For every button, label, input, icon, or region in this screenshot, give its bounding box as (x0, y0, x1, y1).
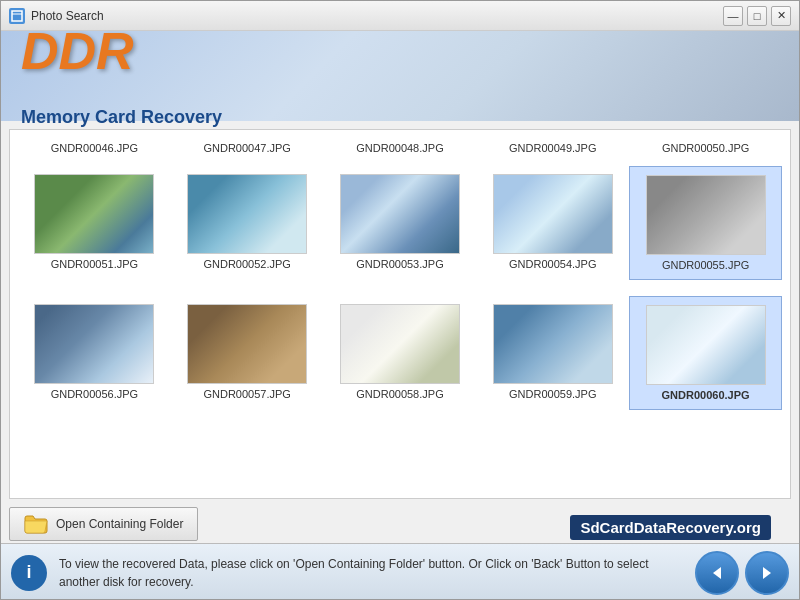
next-button[interactable] (745, 551, 789, 595)
label-047: GNDR00047.JPG (171, 138, 324, 158)
label-049: GNDR00049.JPG (476, 138, 629, 158)
open-folder-button[interactable]: Open Containing Folder (9, 507, 198, 541)
photo-item-060[interactable]: GNDR00060.JPG (629, 296, 782, 410)
photo-thumb-059 (493, 304, 613, 384)
label-050: GNDR00050.JPG (629, 138, 782, 158)
brand-text: SdCardDataRecovery.org (570, 515, 771, 540)
photo-label-053: GNDR00053.JPG (356, 258, 443, 270)
window-title: Photo Search (31, 9, 723, 23)
photo-thumb-055 (646, 175, 766, 255)
window-controls: — □ ✕ (723, 6, 791, 26)
photo-grid-container[interactable]: GNDR00046.JPG GNDR00047.JPG GNDR00048.JP… (9, 129, 791, 499)
header: DDR Memory Card Recovery (1, 31, 799, 121)
status-bar: i To view the recovered Data, please cli… (1, 543, 799, 600)
photo-label-054: GNDR00054.JPG (509, 258, 596, 270)
photo-thumb-058 (340, 304, 460, 384)
close-button[interactable]: ✕ (771, 6, 791, 26)
svg-rect-0 (12, 11, 22, 21)
photo-item-058[interactable]: GNDR00058.JPG (324, 296, 477, 410)
button-brand-row: Open Containing Folder SdCardDataRecover… (9, 507, 791, 541)
photo-item-055[interactable]: GNDR00055.JPG (629, 166, 782, 280)
open-folder-label: Open Containing Folder (56, 517, 183, 531)
photo-item-059[interactable]: GNDR00059.JPG (476, 296, 629, 410)
photo-label-056: GNDR00056.JPG (51, 388, 138, 400)
photo-label-059: GNDR00059.JPG (509, 388, 596, 400)
photo-label-058: GNDR00058.JPG (356, 388, 443, 400)
photo-thumb-057 (187, 304, 307, 384)
photo-label-060: GNDR00060.JPG (662, 389, 750, 401)
svg-marker-2 (713, 567, 721, 579)
photo-item-051[interactable]: GNDR00051.JPG (18, 166, 171, 280)
info-icon: i (11, 555, 47, 591)
photo-label-051: GNDR00051.JPG (51, 258, 138, 270)
minimize-button[interactable]: — (723, 6, 743, 26)
photo-thumb-054 (493, 174, 613, 254)
back-button[interactable] (695, 551, 739, 595)
brand-badge: SdCardDataRecovery.org (570, 519, 771, 537)
photo-label-055: GNDR00055.JPG (662, 259, 749, 271)
label-046: GNDR00046.JPG (18, 138, 171, 158)
folder-icon (24, 514, 48, 534)
photo-item-057[interactable]: GNDR00057.JPG (171, 296, 324, 410)
maximize-button[interactable]: □ (747, 6, 767, 26)
photo-item-054[interactable]: GNDR00054.JPG (476, 166, 629, 280)
photo-label-052: GNDR00052.JPG (203, 258, 290, 270)
row1-labels: GNDR00046.JPG GNDR00047.JPG GNDR00048.JP… (10, 130, 790, 158)
ddr-logo: DDR (21, 25, 207, 77)
app-subtitle: Memory Card Recovery (21, 107, 222, 128)
label-048: GNDR00048.JPG (324, 138, 477, 158)
photo-grid-row2: GNDR00051.JPG GNDR00052.JPG GNDR00053.JP… (10, 158, 790, 288)
photo-thumb-053 (340, 174, 460, 254)
status-message: To view the recovered Data, please click… (59, 555, 683, 591)
photo-item-052[interactable]: GNDR00052.JPG (171, 166, 324, 280)
svg-marker-3 (763, 567, 771, 579)
photo-grid-row3: GNDR00056.JPG GNDR00057.JPG GNDR00058.JP… (10, 288, 790, 418)
photo-item-053[interactable]: GNDR00053.JPG (324, 166, 477, 280)
photo-item-056[interactable]: GNDR00056.JPG (18, 296, 171, 410)
photo-label-057: GNDR00057.JPG (203, 388, 290, 400)
photo-thumb-052 (187, 174, 307, 254)
photo-thumb-056 (34, 304, 154, 384)
photo-thumb-060 (646, 305, 766, 385)
navigation-buttons (695, 551, 789, 595)
photo-thumb-051 (34, 174, 154, 254)
